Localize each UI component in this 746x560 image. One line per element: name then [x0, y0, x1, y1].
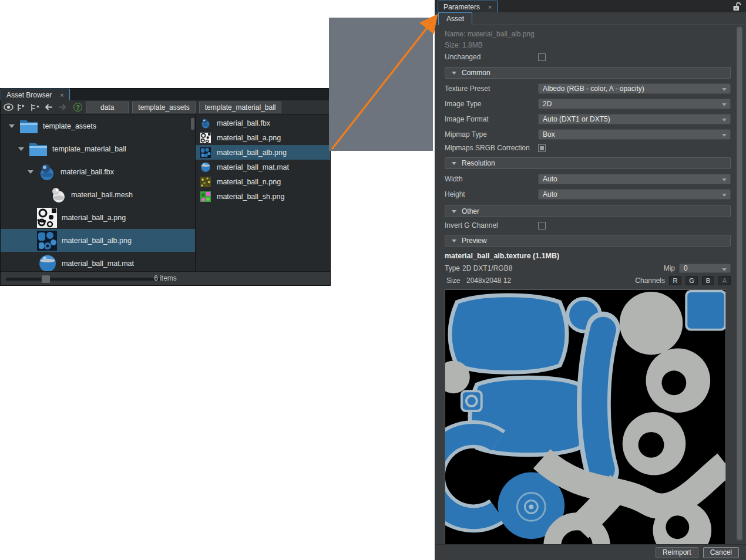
- tree-item-material-ball-a-png[interactable]: material_ball_a.png: [1, 206, 195, 229]
- forward-button[interactable]: [56, 102, 68, 113]
- list-item-label: material_ball_a.png: [217, 134, 281, 142]
- item-count: 6 items: [1, 274, 330, 282]
- section-preview-label: Preview: [462, 237, 487, 245]
- chevron-down-icon: [452, 162, 456, 165]
- list-item-material-ball-alb-png[interactable]: material_ball_alb.png: [196, 145, 330, 160]
- unchanged-checkbox[interactable]: [538, 53, 546, 61]
- back-button[interactable]: [43, 102, 55, 113]
- tree-item-template-material-ball[interactable]: template_material_ball: [1, 137, 195, 160]
- section-common[interactable]: Common: [445, 67, 731, 79]
- section-preview[interactable]: Preview: [445, 235, 731, 247]
- collapse-arrow-icon[interactable]: [18, 147, 24, 151]
- channels-label: Channels: [635, 276, 665, 285]
- type-value: 2D DXT1/RGB8: [462, 264, 512, 272]
- tree-item-material-ball-fbx[interactable]: material_ball.fbx: [1, 160, 195, 183]
- size-value: 2048x2048 12: [466, 276, 511, 285]
- tree-item-material-ball-mat-mat[interactable]: material_ball_mat.mat: [1, 252, 195, 271]
- tab-parameters[interactable]: Parameters ×: [438, 1, 498, 12]
- reimport-button[interactable]: Reimport: [656, 547, 698, 558]
- asset-browser-tabbar: Asset Browser ×: [1, 89, 330, 100]
- tree-item-material-ball-alb-png[interactable]: material_ball_alb.png: [1, 229, 195, 252]
- texture-preset-dropdown[interactable]: Albedo (RGB - color, A - opacity): [538, 83, 731, 94]
- chevron-down-icon: [722, 103, 727, 106]
- tree-item-label: template_material_ball: [52, 145, 126, 153]
- asset-browser-window: Asset Browser ×: [0, 88, 331, 286]
- asset-size-line: Size: 1.8MB: [445, 39, 731, 50]
- mip-dropdown[interactable]: 0: [679, 264, 731, 273]
- width-dropdown[interactable]: Auto: [538, 174, 731, 184]
- height-label: Height: [445, 190, 538, 198]
- tree-collapse-icon: [17, 103, 26, 112]
- scrollbar-thumb[interactable]: [737, 27, 742, 540]
- list-item-material-ball-fbx[interactable]: material_ball.fbx: [196, 116, 330, 130]
- section-common-label: Common: [462, 69, 490, 77]
- mip-value: 0: [684, 264, 688, 272]
- list-item-material-ball-mat-mat[interactable]: material_ball_mat.mat: [196, 160, 330, 174]
- texture-sh-icon: [200, 191, 211, 202]
- mipmap-type-label: Mipmap Type: [445, 130, 538, 139]
- chevron-down-icon: [452, 72, 456, 75]
- row-width: Width Auto: [445, 171, 731, 187]
- parameters-content: Name: material_ball_alb.png Size: 1.8MB …: [445, 25, 731, 544]
- parameters-footer: Reimport Cancel: [435, 544, 746, 560]
- parameters-scrollbar[interactable]: [736, 26, 743, 541]
- close-icon[interactable]: ×: [60, 92, 63, 99]
- texture-preset-value: Albedo (RGB - color, A - opacity): [543, 85, 644, 93]
- image-format-dropdown[interactable]: Auto (DXT1 or DXT5): [538, 114, 731, 124]
- list-item-label: material_ball_mat.mat: [217, 163, 289, 171]
- mesh-icon: [50, 187, 66, 203]
- unlock-icon[interactable]: [732, 2, 741, 11]
- height-dropdown[interactable]: Auto: [538, 189, 731, 200]
- channel-g-button[interactable]: G: [685, 276, 698, 285]
- invert-g-checkbox[interactable]: [538, 222, 546, 230]
- tree-scrollbar[interactable]: [191, 118, 194, 130]
- tree-item-label: template_assets: [43, 122, 96, 130]
- tab-asset[interactable]: Asset: [438, 12, 472, 25]
- mipmaps-srgb-label: Mipmaps SRGB Correction: [445, 144, 538, 152]
- mip-label: Mip: [664, 264, 675, 272]
- collapse-tree-button[interactable]: [16, 102, 28, 113]
- unchanged-label: Unchanged: [445, 53, 538, 61]
- breadcrumb-template-assets[interactable]: template_assets: [132, 102, 195, 113]
- section-resolution[interactable]: Resolution: [445, 157, 731, 169]
- mipmap-type-dropdown[interactable]: Box: [538, 129, 731, 140]
- material-icon: [38, 254, 57, 272]
- collapse-arrow-icon[interactable]: [9, 124, 15, 128]
- section-resolution-label: Resolution: [462, 159, 495, 167]
- section-other[interactable]: Other: [445, 205, 731, 217]
- texture-alb-icon: [200, 147, 211, 158]
- tab-asset-browser[interactable]: Asset Browser ×: [1, 89, 70, 100]
- mipmaps-srgb-checkbox[interactable]: [538, 144, 546, 152]
- parameters-tabbar: Parameters ×: [435, 0, 746, 12]
- tree-item-material-ball-mesh[interactable]: material_ball.mesh: [1, 183, 195, 206]
- collapse-arrow-icon[interactable]: [28, 170, 33, 174]
- cancel-button[interactable]: Cancel: [703, 547, 739, 558]
- breadcrumb-template-material-ball[interactable]: template_material_ball: [199, 102, 282, 113]
- folder-icon: [29, 141, 48, 157]
- image-type-dropdown[interactable]: 2D: [538, 99, 731, 109]
- row-height: Height Auto: [445, 187, 731, 202]
- list-item-material-ball-sh-png[interactable]: material_ball_sh.png: [196, 189, 330, 204]
- channel-b-button[interactable]: B: [702, 276, 714, 285]
- row-unchanged: Unchanged: [445, 50, 731, 63]
- list-item-material-ball-a-png[interactable]: material_ball_a.png: [196, 130, 330, 145]
- breadcrumb-data[interactable]: data: [86, 102, 129, 113]
- row-invert-g: Invert G Channel: [445, 220, 731, 231]
- chevron-down-icon: [722, 88, 727, 91]
- asset-browser-body: template_assets template_material_ball: [1, 114, 330, 271]
- channel-a-button[interactable]: A: [718, 276, 731, 285]
- channel-r-button[interactable]: R: [669, 276, 681, 285]
- visibility-filter-button[interactable]: [2, 102, 14, 113]
- fbx-model-icon: [38, 163, 56, 181]
- tree-item-template-assets[interactable]: template_assets: [1, 114, 195, 137]
- texture-alb-icon: [37, 231, 57, 251]
- chevron-down-icon: [452, 210, 456, 213]
- material-icon: [200, 162, 211, 173]
- texture-n-icon: [200, 177, 211, 187]
- list-item-material-ball-n-png[interactable]: material_ball_n.png: [196, 174, 330, 189]
- help-icon[interactable]: ?: [73, 103, 82, 112]
- close-icon[interactable]: ×: [488, 4, 492, 11]
- expand-tree-button[interactable]: [29, 102, 41, 113]
- texture-title: material_ball_alb.texture (1.1MB): [445, 252, 731, 261]
- asset-list-pane: material_ball.fbx material_ball_a.png: [196, 114, 330, 271]
